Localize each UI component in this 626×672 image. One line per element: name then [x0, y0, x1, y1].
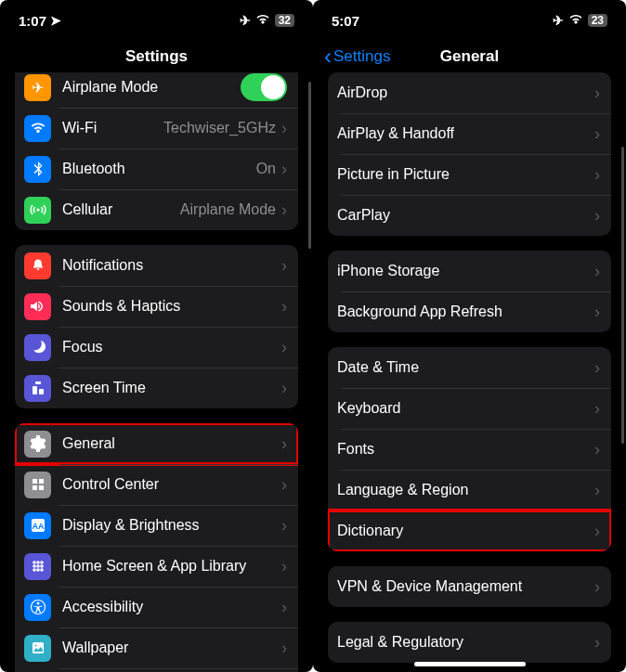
- general-group-5: Legal & Regulatory ›: [328, 622, 611, 663]
- settings-row-wifi[interactable]: Wi-Fi Techwiser_5GHz ›: [15, 108, 298, 149]
- settings-row-screentime[interactable]: Screen Time ›: [15, 368, 298, 408]
- chevron-right-icon: ›: [594, 84, 600, 101]
- row-value: On: [256, 161, 276, 177]
- chevron-right-icon: ›: [281, 298, 287, 315]
- row-label: Display & Brightness: [62, 517, 281, 534]
- row-label: Wallpaper: [62, 640, 281, 656]
- settings-row-accessibility[interactable]: Accessibility ›: [15, 587, 298, 627]
- general-row-airdrop[interactable]: AirDrop ›: [328, 72, 611, 113]
- row-label: Fonts: [337, 441, 594, 458]
- control-center-icon: [24, 472, 51, 498]
- chevron-right-icon: ›: [594, 578, 600, 595]
- chevron-right-icon: ›: [594, 125, 600, 142]
- general-row-keyboard[interactable]: Keyboard ›: [328, 388, 611, 429]
- general-row-langregion[interactable]: Language & Region ›: [328, 470, 611, 510]
- airplane-toggle[interactable]: [241, 73, 287, 101]
- chevron-right-icon: ›: [594, 263, 600, 279]
- bluetooth-icon: [24, 156, 51, 183]
- general-row-fonts[interactable]: Fonts ›: [328, 429, 611, 470]
- gear-icon: [24, 431, 51, 458]
- chevron-right-icon: ›: [281, 558, 287, 575]
- row-label: Background App Refresh: [337, 304, 594, 320]
- chevron-right-icon: ›: [281, 161, 287, 177]
- row-label: Date & Time: [337, 359, 594, 376]
- row-label: CarPlay: [337, 207, 594, 224]
- chevron-right-icon: ›: [594, 400, 600, 417]
- status-bar: 1:07 ➤ ✈︎ 32: [0, 0, 313, 41]
- row-label: Notifications: [62, 257, 281, 274]
- row-label: Screen Time: [62, 380, 281, 396]
- svg-rect-1: [35, 381, 41, 384]
- general-row-dictionary[interactable]: Dictionary ›: [328, 510, 611, 551]
- general-row-storage[interactable]: iPhone Storage ›: [328, 251, 611, 291]
- airplane-icon: ✈︎: [24, 74, 51, 101]
- settings-row-cellular[interactable]: Cellular Airplane Mode ›: [15, 189, 298, 230]
- row-label: Legal & Regulatory: [337, 634, 594, 651]
- row-label: General: [62, 435, 281, 452]
- settings-row-standby[interactable]: StandBy ›: [15, 668, 298, 672]
- general-row-vpn[interactable]: VPN & Device Management ›: [328, 566, 611, 607]
- settings-row-display[interactable]: AA Display & Brightness ›: [15, 505, 298, 546]
- settings-row-sounds[interactable]: Sounds & Haptics ›: [15, 286, 298, 327]
- wallpaper-icon: [24, 635, 51, 662]
- phone-left: 1:07 ➤ ✈︎ 32 Settings ✈︎ Airplane Mode: [0, 0, 313, 672]
- chevron-right-icon: ›: [594, 634, 600, 651]
- settings-row-general[interactable]: General ›: [15, 423, 298, 464]
- wifi-settings-icon: [24, 115, 51, 142]
- status-time: 1:07: [19, 13, 46, 29]
- status-time: 5:07: [332, 13, 359, 29]
- settings-row-bluetooth[interactable]: Bluetooth On ›: [15, 149, 298, 189]
- home-indicator[interactable]: [414, 662, 526, 666]
- chevron-right-icon: ›: [281, 201, 287, 218]
- svg-point-10: [36, 564, 40, 568]
- row-label: Wi-Fi: [62, 120, 163, 136]
- row-label: Bluetooth: [62, 161, 256, 177]
- chevron-right-icon: ›: [281, 380, 287, 396]
- svg-rect-2: [33, 386, 37, 394]
- general-row-legal[interactable]: Legal & Regulatory ›: [328, 622, 611, 663]
- chevron-right-icon: ›: [594, 523, 600, 539]
- row-label: Language & Region: [337, 482, 594, 498]
- svg-point-0: [36, 208, 39, 211]
- svg-point-11: [40, 564, 44, 568]
- sounds-icon: [24, 293, 51, 320]
- chevron-right-icon: ›: [594, 359, 600, 376]
- general-row-pip[interactable]: Picture in Picture ›: [328, 154, 611, 195]
- chevron-right-icon: ›: [594, 304, 600, 320]
- page-title: Settings: [125, 47, 188, 66]
- row-label: Control Center: [62, 476, 281, 493]
- row-label: Sounds & Haptics: [62, 298, 281, 315]
- settings-row-homescreen[interactable]: Home Screen & App Library ›: [15, 546, 298, 587]
- general-row-carplay[interactable]: CarPlay ›: [328, 195, 611, 236]
- notifications-icon: [24, 252, 51, 279]
- back-button[interactable]: ‹ Settings: [324, 44, 390, 70]
- general-group-2: iPhone Storage › Background App Refresh …: [328, 251, 611, 332]
- row-value: Techwiser_5GHz: [163, 120, 276, 136]
- cellular-icon: [24, 197, 51, 224]
- scroll-indicator: [308, 82, 311, 249]
- back-label: Settings: [333, 47, 390, 66]
- settings-row-focus[interactable]: Focus ›: [15, 327, 298, 368]
- settings-row-airplane[interactable]: ✈︎ Airplane Mode: [15, 72, 298, 108]
- general-row-bgrefresh[interactable]: Background App Refresh ›: [328, 291, 611, 332]
- row-label: Cellular: [62, 201, 180, 218]
- svg-rect-17: [33, 642, 44, 653]
- settings-row-notifications[interactable]: Notifications ›: [15, 245, 298, 286]
- chevron-right-icon: ›: [594, 441, 600, 458]
- phone-right: 5:07 ✈︎ 23 ‹ Settings General AirDrop › …: [313, 0, 626, 672]
- display-icon: AA: [24, 512, 51, 539]
- location-icon: ➤: [50, 13, 61, 28]
- settings-row-controlcenter[interactable]: Control Center ›: [15, 464, 298, 505]
- battery-indicator: 23: [588, 14, 607, 27]
- chevron-right-icon: ›: [281, 476, 287, 493]
- row-label: Dictionary: [337, 523, 594, 539]
- home-screen-icon: [24, 553, 51, 580]
- settings-row-wallpaper[interactable]: Wallpaper ›: [15, 627, 298, 668]
- chevron-right-icon: ›: [281, 120, 287, 136]
- general-row-datetime[interactable]: Date & Time ›: [328, 347, 611, 388]
- row-label: AirPlay & Handoff: [337, 125, 594, 142]
- general-row-airplay[interactable]: AirPlay & Handoff ›: [328, 113, 611, 154]
- nav-bar: ‹ Settings General: [313, 41, 626, 72]
- chevron-right-icon: ›: [594, 207, 600, 224]
- airplane-mode-icon: ✈︎: [553, 13, 564, 28]
